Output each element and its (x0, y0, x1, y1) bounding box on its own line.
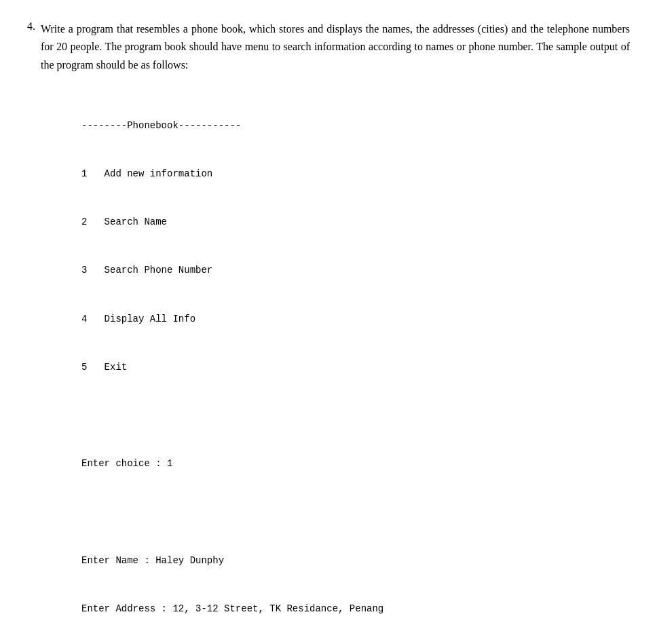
code-block-1: --------Phonebook----------- 1 Add new i… (81, 88, 630, 644)
menu-item-5a: 5 Exit (81, 360, 630, 375)
phonebook-header-1: --------Phonebook----------- (81, 118, 630, 133)
blank-line-1b (81, 504, 630, 519)
enter-choice-1: Enter choice : 1 (81, 456, 630, 471)
enter-name-1: Enter Name : Haley Dunphy (81, 553, 630, 568)
menu-item-2a: 2 Search Name (81, 214, 630, 229)
question-container: 4. Write a program that resembles a phon… (27, 20, 630, 74)
menu-item-4a: 4 Display All Info (81, 311, 630, 326)
menu-item-3a: 3 Search Phone Number (81, 263, 630, 278)
menu-item-1a: 1 Add new information (81, 166, 630, 181)
blank-line-1a (81, 408, 630, 423)
question-text: Write a program that resembles a phone b… (41, 20, 630, 74)
question-number: 4. (27, 20, 35, 74)
enter-address-1: Enter Address : 12, 3-12 Street, TK Resi… (81, 601, 630, 616)
